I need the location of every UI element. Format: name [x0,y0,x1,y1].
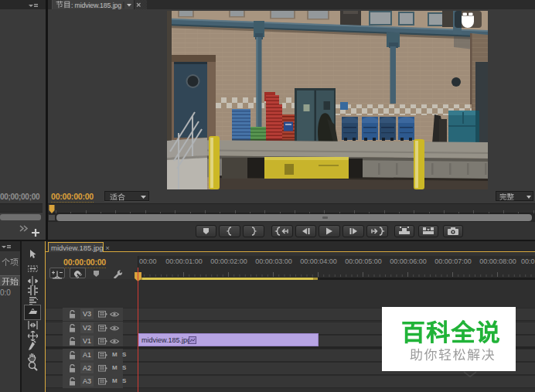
svg-text:00:00:05:00: 00:00:05:00 [345,257,382,265]
svg-text:00:00:08:00: 00:00:08:00 [479,257,516,265]
svg-text:00:00:03:00: 00:00:03:00 [255,257,292,265]
svg-text:00:00:01:00: 00:00:01:00 [165,257,203,265]
svg-text:00:00:02:00: 00:00:02:00 [210,257,247,265]
svg-text:00:00: 00:00 [139,257,157,265]
svg-text:00:00:07:00: 00:00:07:00 [434,257,472,265]
svg-text:: midview.185.jpg: : midview.185.jpg [71,2,121,9]
svg-text:00:0: 00:0 [521,257,535,265]
svg-text:00:00:04:00: 00:00:04:00 [300,257,337,265]
svg-text:00:00:06:00: 00:00:06:00 [390,257,427,265]
